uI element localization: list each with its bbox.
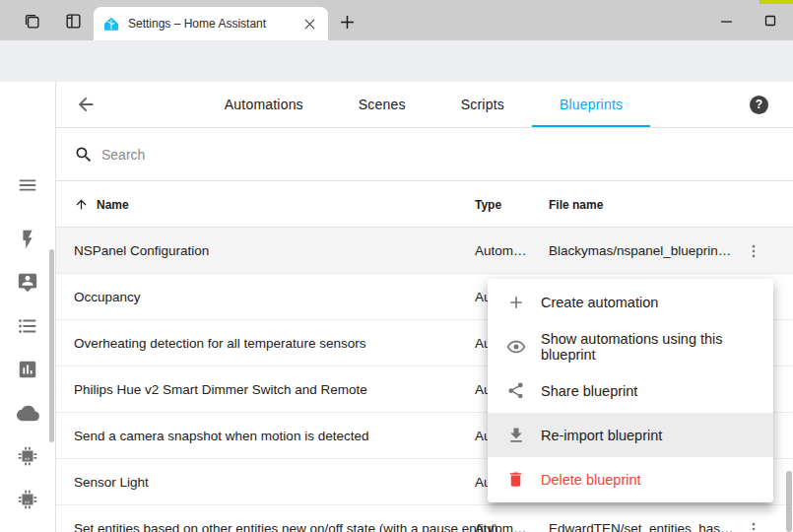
ha-back-icon[interactable]: [74, 93, 98, 116]
ha-header: Automations Scenes Scripts Blueprints ?: [56, 82, 793, 128]
menu-item-delete-blueprint[interactable]: Delete blueprint: [488, 457, 773, 501]
screen-corner-strip: [760, 0, 793, 4]
row-name: Philips Hue v2 Smart Dimmer Switch and R…: [74, 366, 367, 413]
chip-icon[interactable]: [16, 444, 39, 468]
row-overflow-menu-icon[interactable]: [742, 239, 765, 263]
tab-automations[interactable]: Automations: [197, 82, 331, 127]
plus-icon: [505, 292, 526, 312]
row-name: Overheating detection for all temperatur…: [74, 320, 365, 366]
home-assistant-favicon: [103, 16, 119, 32]
table-row[interactable]: NSPanel Configuration Autom… Blackymas/n…: [56, 228, 793, 274]
column-name[interactable]: Name: [74, 181, 129, 228]
search-input[interactable]: [101, 147, 397, 163]
logbook-list-icon[interactable]: [16, 314, 39, 338]
column-file-name[interactable]: File name: [549, 181, 603, 228]
chip-icon[interactable]: [16, 488, 39, 511]
share-icon: [505, 380, 526, 401]
menu-icon[interactable]: [0, 174, 55, 198]
map-person-icon[interactable]: [16, 271, 39, 295]
tab-scripts[interactable]: Scripts: [433, 82, 532, 127]
row-file: EdwardTEN/set_entities_has…: [549, 505, 734, 532]
search-icon: [73, 144, 95, 166]
tab-blueprints[interactable]: Blueprints: [532, 82, 650, 127]
browser-toolbar: Not secure homeassistant.local :8123/...…: [0, 40, 793, 82]
browser-window: Settings – Home Assistant Not secur: [0, 0, 793, 532]
tab-scenes[interactable]: Scenes: [331, 82, 433, 127]
close-tab-icon[interactable]: [300, 15, 318, 33]
menu-item-show-automations[interactable]: Show automations using this blueprint: [488, 324, 773, 368]
ha-tab-strip: Automations Scenes Scripts Blueprints: [98, 82, 750, 127]
blueprint-context-menu: Create automation Show automations using…: [488, 279, 773, 502]
eye-icon: [505, 336, 526, 357]
delete-icon: [505, 469, 526, 490]
history-chart-icon[interactable]: [16, 358, 39, 381]
minimize-icon[interactable]: [712, 8, 740, 33]
cloud-icon[interactable]: [16, 401, 39, 425]
download-icon: [505, 425, 526, 445]
sort-arrow-icon: [74, 197, 90, 213]
new-tab-icon[interactable]: [336, 11, 358, 33]
flash-icon[interactable]: [16, 228, 39, 251]
browser-tab-bar: Settings – Home Assistant: [0, 0, 793, 40]
page-scrollbar[interactable]: [786, 471, 792, 532]
vertical-tabs-icon[interactable]: [61, 9, 85, 33]
active-browser-tab[interactable]: Settings – Home Assistant: [94, 7, 328, 40]
sidebar-scrollbar[interactable]: [49, 249, 54, 442]
menu-item-create-automation[interactable]: Create automation: [488, 280, 773, 324]
maximize-icon[interactable]: [757, 8, 784, 33]
row-overflow-menu-icon[interactable]: [742, 517, 765, 532]
row-name: NSPanel Configuration: [74, 228, 209, 274]
table-header: Name Type File name: [56, 181, 793, 228]
row-name: Set entities based on other entities new…: [74, 505, 498, 532]
row-type: Autom…: [475, 505, 527, 532]
search-bar: [56, 128, 793, 181]
row-name: Send a camera snapshot when motion is de…: [74, 413, 368, 459]
column-type[interactable]: Type: [475, 181, 501, 228]
menu-item-reimport-blueprint[interactable]: Re-import blueprint: [488, 413, 773, 457]
table-row[interactable]: Set entities based on other entities new…: [56, 505, 793, 532]
menu-item-share-blueprint[interactable]: Share blueprint: [488, 368, 773, 413]
row-type: Autom…: [475, 228, 527, 274]
row-file: Blackymas/nspanel_blueprin…: [549, 228, 731, 274]
help-icon[interactable]: ?: [750, 96, 768, 114]
ha-sidebar: [0, 82, 56, 532]
row-name: Occupancy: [74, 274, 141, 320]
tab-title: Settings – Home Assistant: [128, 17, 300, 31]
workspaces-icon[interactable]: [20, 9, 43, 33]
row-name: Sensor Light: [74, 459, 149, 505]
